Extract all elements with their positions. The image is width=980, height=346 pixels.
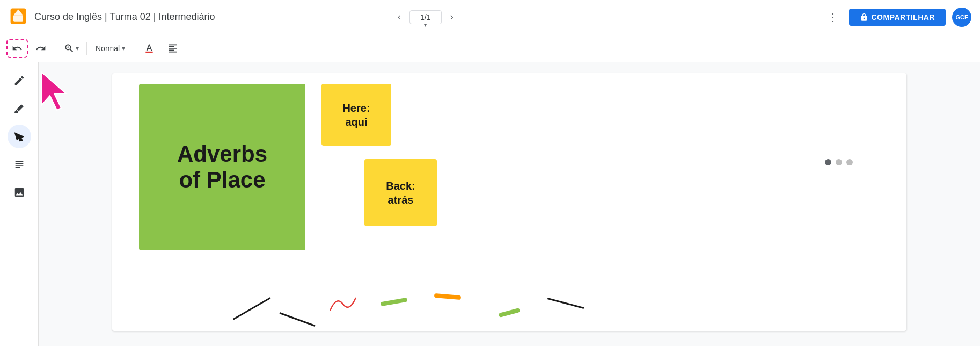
deco-line-1 (233, 297, 271, 320)
zoom-icon (64, 43, 75, 54)
image-icon (13, 186, 25, 198)
select-tool-button[interactable] (8, 125, 31, 148)
zoom-dropdown-arrow: ▾ (76, 45, 79, 52)
svg-rect-1 (13, 15, 23, 22)
text-style-dropdown[interactable]: Normal ▾ (91, 42, 129, 55)
app-header: Curso de Inglês | Turma 02 | Intermediár… (0, 0, 980, 34)
user-avatar[interactable]: GCF (952, 8, 971, 27)
yellow-card-1: Here:aqui (321, 84, 391, 146)
toolbar: ▾ Normal ▾ (0, 34, 980, 62)
eraser-tool-button[interactable] (8, 97, 31, 120)
text-color-icon (144, 43, 155, 54)
zoom-button[interactable]: ▾ (61, 41, 82, 56)
textbox-tool-button[interactable] (8, 153, 31, 176)
svg-rect-3 (145, 51, 152, 53)
select-icon (13, 131, 25, 142)
slide-navigation: ‹ 1/1 › (393, 7, 458, 27)
toolbar-divider-1 (56, 42, 56, 55)
deco-squiggle (327, 293, 359, 315)
undo-icon (12, 43, 23, 54)
pen-tool-button[interactable] (8, 69, 31, 92)
slide: Adverbsof Place Here:aqui Back:atrás (112, 73, 906, 331)
toolbar-divider-3 (134, 42, 134, 55)
app-logo (9, 6, 28, 28)
eraser-icon (13, 103, 25, 114)
slide-counter[interactable]: 1/1 (409, 10, 442, 24)
canvas-area[interactable]: Adverbsof Place Here:aqui Back:atrás (39, 62, 980, 346)
share-button[interactable]: COMPARTILHAR (849, 9, 946, 26)
deco-line-2 (280, 312, 316, 327)
toolbar-divider-2 (86, 42, 87, 55)
prev-slide-button[interactable]: ‹ (393, 7, 405, 27)
dot-3 (846, 159, 853, 165)
style-dropdown-arrow: ▾ (122, 45, 125, 52)
main-area: Adverbsof Place Here:aqui Back:atrás (0, 62, 980, 346)
lock-icon (860, 13, 868, 21)
text-align-button[interactable] (162, 39, 184, 58)
undo-button[interactable] (6, 39, 28, 58)
pink-cursor-arrow (39, 70, 74, 113)
deco-green-2 (499, 308, 521, 318)
yellow-card-2-text: Back:atrás (386, 179, 415, 207)
pen-icon (13, 75, 25, 86)
next-slide-button[interactable]: › (446, 7, 458, 27)
textbox-icon (13, 158, 25, 170)
align-icon (167, 43, 178, 54)
redo-button[interactable] (30, 39, 52, 58)
svg-marker-4 (42, 73, 66, 110)
text-color-button[interactable] (138, 39, 160, 58)
deco-line-3 (547, 298, 584, 309)
document-title: Curso de Inglês | Turma 02 | Intermediár… (34, 11, 387, 23)
redo-icon (35, 43, 46, 54)
dot-2 (836, 159, 842, 165)
yellow-card-1-text: Here:aqui (342, 101, 370, 129)
deco-orange (434, 293, 462, 300)
green-card-text: Adverbsof Place (177, 141, 267, 193)
deco-green-1 (381, 298, 408, 307)
left-sidebar (0, 62, 39, 346)
more-options-button[interactable]: ⋮ (823, 6, 843, 28)
dot-1 (825, 159, 831, 165)
yellow-card-2: Back:atrás (364, 159, 437, 226)
green-card: Adverbsof Place (139, 84, 305, 250)
dots-indicator (825, 159, 853, 165)
image-tool-button[interactable] (8, 181, 31, 204)
